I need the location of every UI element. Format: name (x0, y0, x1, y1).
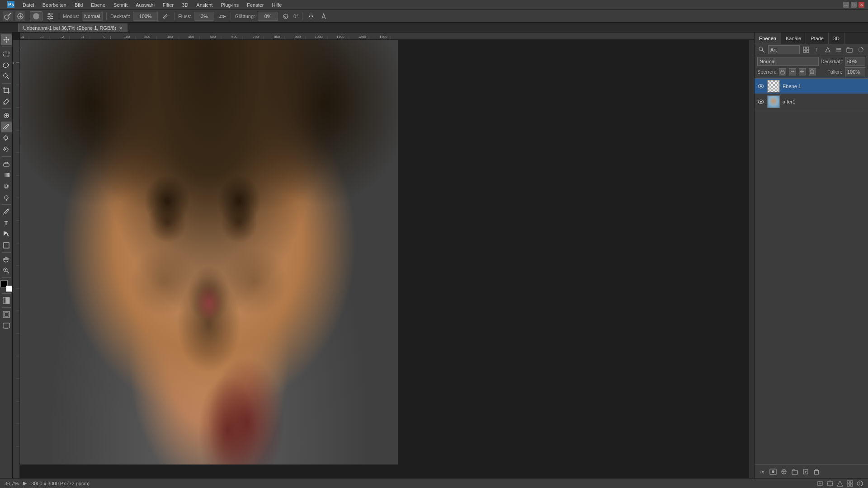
vertical-scrollbar[interactable] (749, 40, 754, 478)
filter-toggle-icon[interactable] (856, 46, 865, 54)
layer-item-ebene1[interactable]: Ebene 1 (755, 79, 868, 94)
healing-tool[interactable] (1, 110, 12, 121)
screen-mode-button[interactable] (1, 320, 12, 331)
menu-plugins[interactable]: Plug-ins (217, 1, 242, 9)
quick-mask-button[interactable] (1, 295, 12, 306)
tool-preset-icon[interactable] (15, 11, 25, 21)
filter-type-select[interactable]: Art (768, 45, 800, 54)
color-swatches[interactable] (0, 280, 12, 292)
layer-item-after1[interactable]: after1 (755, 94, 868, 109)
menu-ebene[interactable]: Ebene (87, 1, 109, 9)
lock-all-icon[interactable] (809, 68, 816, 75)
minimize-button[interactable]: — (843, 2, 849, 8)
blend-mode-select[interactable]: Normal (757, 57, 819, 66)
blur-tool[interactable] (1, 181, 12, 192)
gpu-status-icon[interactable] (816, 480, 824, 487)
svg-rect-128 (781, 71, 784, 74)
deckraft-input[interactable] (133, 12, 158, 21)
menu-fenster[interactable]: Fenster (243, 1, 267, 9)
maximize-button[interactable]: □ (851, 2, 857, 8)
filter-shape-icon[interactable] (823, 46, 832, 54)
menu-auswahl[interactable]: Auswahl (132, 1, 158, 9)
vertical-ruler: -2 0 (13, 40, 20, 478)
fluss-input[interactable] (194, 12, 214, 21)
svg-point-32 (3, 103, 5, 105)
lock-image-icon[interactable] (789, 68, 796, 75)
lasso-tool[interactable] (1, 60, 12, 70)
pen-tool[interactable] (1, 206, 12, 217)
canvas-viewport[interactable] (20, 40, 749, 478)
add-group-button[interactable] (790, 467, 800, 477)
delete-layer-button[interactable] (811, 467, 821, 477)
hand-tool[interactable] (1, 254, 12, 265)
frame-mode-button[interactable] (1, 309, 12, 320)
filter-group-icon[interactable] (845, 46, 854, 54)
menu-bearbeiten[interactable]: Bearbeiten (39, 1, 70, 9)
lock-artboard-icon[interactable] (799, 68, 806, 75)
modus-select[interactable]: Normal (82, 12, 103, 21)
brush-preview-icon[interactable] (30, 11, 42, 21)
artboard-icon[interactable] (826, 480, 834, 487)
crop-tool[interactable] (1, 85, 12, 96)
add-mask-button[interactable] (768, 467, 778, 477)
symmetry-icon[interactable] (306, 11, 316, 21)
move-tool[interactable] (1, 34, 12, 45)
shape-tool[interactable] (1, 240, 12, 251)
lock-transparent-icon[interactable] (779, 68, 786, 75)
menu-bild[interactable]: Bild (71, 1, 86, 9)
status-icon-3[interactable] (836, 480, 844, 487)
glattung-input[interactable] (258, 12, 278, 21)
history-brush-tool[interactable] (1, 144, 12, 155)
horizontal-ruler: -4 -3 -2 -1 0 100 200 300 400 500 600 70… (20, 33, 754, 40)
marquee-tool[interactable] (1, 48, 12, 59)
search-layers-icon[interactable] (757, 46, 766, 54)
close-button[interactable]: ✕ (859, 2, 864, 8)
tab-3d[interactable]: 3D (829, 33, 844, 44)
canvas-row: -2 0 (13, 40, 754, 478)
tab-pfade[interactable]: Pfade (806, 33, 829, 44)
dodge-tool[interactable] (1, 192, 12, 203)
menu-datei[interactable]: Datei (19, 1, 38, 9)
visibility-icon-after1[interactable] (757, 98, 764, 105)
filter-smart-icon[interactable] (834, 46, 843, 54)
tab-kanale[interactable]: Kanäle (781, 33, 806, 44)
magic-wand-tool[interactable] (1, 71, 12, 82)
path-select-tool[interactable] (1, 229, 12, 239)
tab-close-button[interactable]: ✕ (119, 26, 123, 31)
fill-input[interactable] (845, 67, 865, 76)
gradient-tool[interactable] (1, 169, 12, 180)
airbrush-icon[interactable] (217, 11, 227, 21)
pressure-icon[interactable] (319, 11, 329, 21)
photo-canvas[interactable] (20, 40, 398, 465)
brush-tool[interactable] (1, 122, 12, 132)
glattung-settings-icon[interactable] (281, 11, 291, 21)
svg-point-7 (33, 13, 39, 19)
eyedropper-tool[interactable] (1, 96, 12, 107)
status-icon-5[interactable] (856, 480, 863, 487)
deckraft-pen-icon[interactable] (160, 11, 170, 21)
menu-icon[interactable]: Ps (4, 0, 18, 10)
tab-ebenen[interactable]: Ebenen (755, 33, 781, 44)
add-layer-button[interactable] (801, 467, 811, 477)
add-adjustment-button[interactable] (779, 467, 789, 477)
status-icon-4[interactable] (846, 480, 854, 487)
opacity-input[interactable] (845, 57, 865, 66)
zoom-tool[interactable] (1, 265, 12, 276)
menu-3d[interactable]: 3D (178, 1, 192, 9)
text-tool[interactable]: T (1, 217, 12, 228)
visibility-icon-ebene1[interactable] (757, 83, 764, 90)
eraser-tool[interactable] (1, 158, 12, 169)
svg-text:600: 600 (231, 35, 238, 39)
clone-stamp-tool[interactable] (1, 133, 12, 144)
brush-settings-icon[interactable] (45, 11, 55, 21)
filter-pixel-icon[interactable] (802, 46, 811, 54)
menu-schrift[interactable]: Schrift (110, 1, 131, 9)
background-color[interactable] (6, 286, 12, 292)
document-tab[interactable]: Unbenannt-1 bei 36,7% (Ebene 1, RGB/8) ✕ (18, 23, 127, 32)
layer-name-ebene1: Ebene 1 (783, 84, 865, 89)
menu-hilfe[interactable]: Hilfe (268, 1, 285, 9)
menu-filter[interactable]: Filter (159, 1, 177, 9)
add-style-button[interactable]: fx (757, 467, 767, 477)
menu-ansicht[interactable]: Ansicht (193, 1, 216, 9)
filter-adjust-icon[interactable]: T (812, 46, 821, 54)
